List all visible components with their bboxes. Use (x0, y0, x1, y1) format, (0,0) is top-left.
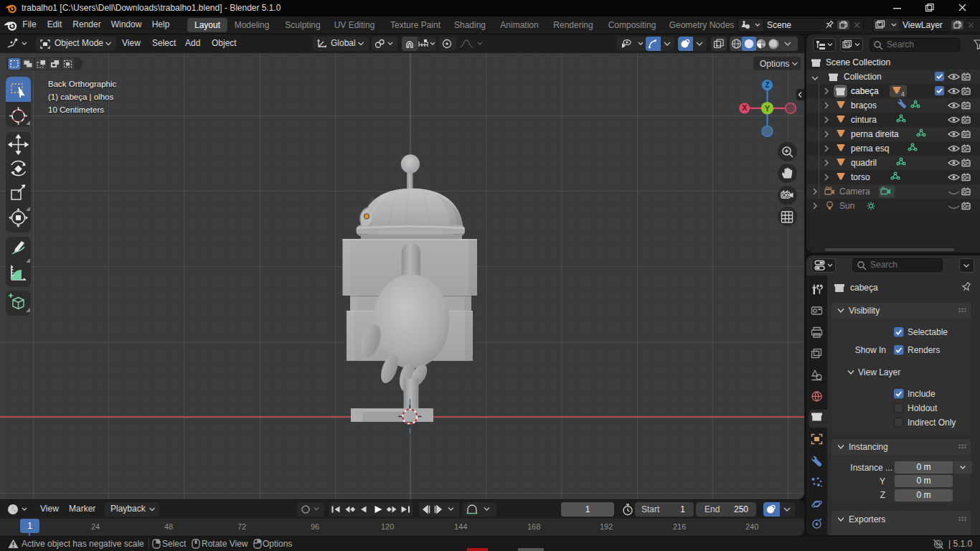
svg-text:perna direita: perna direita (851, 129, 899, 139)
svg-text:Collection: Collection (844, 72, 882, 82)
svg-text:4: 4 (901, 90, 905, 98)
svg-text:braços: braços (851, 100, 877, 110)
svg-text:perna esq: perna esq (851, 143, 889, 154)
svg-text:cabeça: cabeça (851, 86, 879, 96)
svg-text:cintura: cintura (851, 115, 877, 125)
svg-text:Sun: Sun (839, 201, 854, 211)
svg-text:Y: Y (765, 104, 770, 113)
svg-text:torso: torso (851, 172, 870, 182)
svg-text:quadril: quadril (851, 158, 877, 168)
svg-text:Scene Collection: Scene Collection (826, 57, 890, 67)
svg-text:Z: Z (765, 80, 770, 89)
svg-text:Camera: Camera (839, 187, 870, 197)
svg-text:X: X (742, 103, 747, 112)
